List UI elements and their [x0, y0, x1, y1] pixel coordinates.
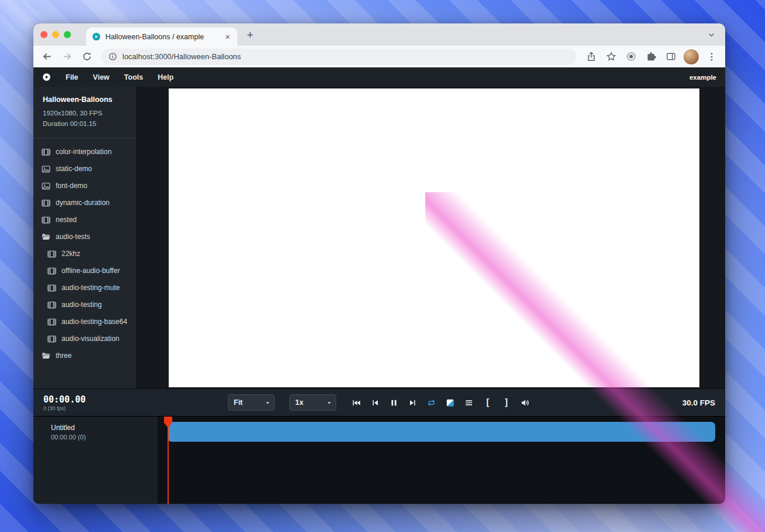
menu-help[interactable]: Help — [158, 73, 173, 81]
minimize-window-button[interactable] — [52, 31, 59, 38]
speed-dropdown-value: 1x — [295, 398, 303, 407]
reload-button[interactable] — [78, 48, 95, 66]
composition-label: font-demo — [56, 182, 87, 190]
timeline-rows-button[interactable] — [463, 397, 474, 408]
composition-item[interactable]: audio-testing-mute — [33, 279, 136, 296]
tab-search-chevron-icon[interactable] — [707, 30, 716, 39]
film-icon — [47, 318, 56, 326]
next-frame-button[interactable] — [407, 397, 418, 408]
composition-list: color-interpolation static-demo font-dem… — [33, 138, 136, 388]
jump-to-start-button[interactable] — [351, 397, 362, 408]
reload-icon — [82, 52, 92, 62]
extensions-menu-button[interactable] — [642, 48, 660, 66]
compositions-sidebar: Halloween-Balloons 1920x1080, 30 FPS Dur… — [33, 87, 136, 388]
size-dropdown-value: Fit — [234, 398, 243, 407]
jump-to-start-icon — [352, 398, 361, 407]
back-button[interactable] — [38, 48, 56, 66]
playhead-line — [168, 417, 169, 504]
composition-item[interactable]: audio-testing — [33, 296, 136, 313]
fps-indicator: 30.0 FPS — [682, 398, 715, 407]
desktop-wallpaper: Halloween-Balloons / example × + localho… — [0, 0, 765, 532]
tab-close-icon[interactable]: × — [224, 32, 231, 41]
side-panel-button[interactable] — [662, 48, 679, 66]
film-icon — [47, 284, 56, 292]
composition-label: audio-testing-base64 — [62, 318, 127, 326]
composition-item[interactable]: static-demo — [33, 161, 136, 178]
speed-dropdown[interactable]: 1x ▾ — [289, 394, 336, 411]
composition-item[interactable]: audio-testing-base64 — [33, 313, 136, 330]
profile-avatar[interactable] — [684, 49, 699, 64]
fullscreen-window-button[interactable] — [64, 31, 71, 38]
chevron-down-icon: ▾ — [328, 400, 330, 405]
star-icon — [606, 52, 616, 62]
timeline-track-names: Untitled 00:00.00 (0) — [33, 417, 158, 504]
current-timecode: 00:00.00 — [43, 394, 86, 405]
site-info-icon[interactable] — [108, 52, 117, 61]
folder-item[interactable]: three — [33, 347, 136, 364]
composition-item[interactable]: dynamic-duration — [33, 195, 136, 212]
forward-button[interactable] — [58, 48, 76, 66]
composition-item[interactable]: color-interpolation — [33, 144, 136, 161]
set-out-point-button[interactable]: ] — [501, 397, 512, 408]
preview-stage — [142, 87, 725, 388]
sidebar-resize-handle[interactable] — [136, 87, 142, 388]
film-icon — [47, 250, 56, 258]
share-icon — [586, 52, 596, 62]
composition-item[interactable]: audio-visualization — [33, 330, 136, 347]
close-window-button[interactable] — [40, 31, 47, 38]
loop-icon — [427, 398, 436, 407]
share-button[interactable] — [582, 48, 600, 66]
folder-label: three — [56, 352, 71, 360]
tab-strip: Halloween-Balloons / example × + — [33, 23, 725, 46]
previous-frame-button[interactable] — [370, 397, 381, 408]
side-panel-icon — [666, 52, 676, 62]
extension-button[interactable] — [622, 48, 640, 66]
main-area: Halloween-Balloons 1920x1080, 30 FPS Dur… — [33, 87, 725, 388]
composition-item[interactable]: 22khz — [33, 245, 136, 262]
pause-icon — [390, 398, 398, 407]
image-icon — [42, 165, 50, 173]
forward-icon — [62, 52, 72, 62]
composition-label: color-interpolation — [56, 148, 111, 156]
project-name: Halloween-Balloons — [43, 96, 127, 104]
composition-label: dynamic-duration — [56, 199, 110, 207]
playback-controls: Fit ▾ 1x ▾ [ ] — [228, 394, 531, 411]
timeline-track-bar[interactable] — [168, 422, 715, 442]
loop-toggle-button[interactable] — [426, 397, 437, 408]
transparency-toggle-button[interactable] — [445, 397, 456, 408]
new-tab-button[interactable]: + — [242, 26, 258, 43]
volume-button[interactable] — [520, 397, 531, 408]
film-icon — [47, 301, 56, 309]
pause-button[interactable] — [388, 397, 399, 408]
size-dropdown[interactable]: Fit ▾ — [228, 394, 275, 411]
composition-label: audio-testing-mute — [62, 284, 119, 292]
composition-item[interactable]: offline-audio-buffer — [33, 262, 136, 279]
composition-canvas[interactable] — [169, 88, 699, 387]
playback-control-bar: 00:00.00 0 (30 fps) Fit ▾ 1x ▾ — [33, 388, 725, 416]
set-in-point-button[interactable]: [ — [482, 397, 493, 408]
track-name: Untitled — [51, 424, 158, 432]
composition-label: static-demo — [56, 165, 92, 173]
film-icon — [42, 148, 50, 156]
tab-favicon-icon — [92, 32, 101, 41]
film-icon — [42, 216, 50, 224]
composition-item[interactable]: nested — [33, 212, 136, 229]
menu-view[interactable]: View — [93, 73, 110, 81]
image-icon — [42, 182, 50, 190]
menu-file[interactable]: File — [66, 73, 78, 81]
browser-menu-button[interactable]: ⋮ — [703, 48, 720, 66]
address-bar[interactable]: localhost:3000/Halloween-Balloons — [101, 49, 576, 65]
timeline-area[interactable] — [158, 417, 725, 504]
composition-item[interactable]: font-demo — [33, 178, 136, 195]
volume-icon — [521, 398, 530, 407]
bookmark-button[interactable] — [602, 48, 620, 66]
folder-item[interactable]: audio-tests — [33, 229, 136, 245]
frame-info: 0 (30 fps) — [43, 405, 86, 411]
folder-open-icon — [42, 233, 50, 241]
browser-tab[interactable]: Halloween-Balloons / example × — [86, 28, 237, 46]
extension-icon — [626, 52, 636, 62]
app-logo-icon[interactable] — [42, 73, 51, 81]
previous-frame-icon — [371, 398, 380, 407]
folder-icon — [42, 352, 50, 360]
menu-tools[interactable]: Tools — [124, 73, 143, 81]
